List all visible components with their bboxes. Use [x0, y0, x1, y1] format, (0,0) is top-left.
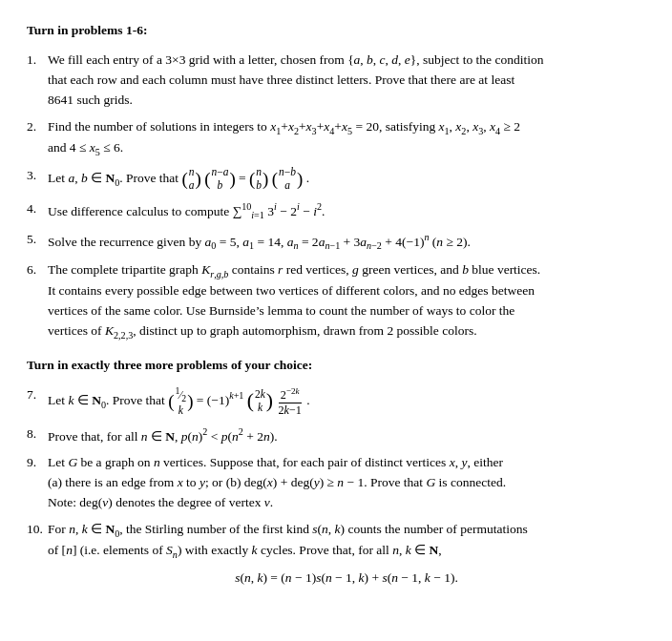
- problem-2: 2. Find the number of solutions in integ…: [27, 117, 645, 160]
- problem-1-number: 1.: [27, 51, 48, 71]
- problem-1-content: We fill each entry of a 3×3 grid with a …: [48, 51, 645, 111]
- problem-4-content: Use difference calculus to compute ∑10i=…: [48, 199, 645, 223]
- binom4: ( n−ba ): [272, 166, 304, 193]
- page-content: Turn in problems 1-6: 1. We fill each en…: [27, 21, 645, 592]
- section2-title: Turn in exactly three more problems of y…: [27, 356, 645, 376]
- problem-5-number: 5.: [27, 230, 48, 250]
- problem-7-content: Let k ∈ N0. Prove that ( 1⁄2 k ) = (−1)k…: [48, 385, 645, 418]
- problem-6-number: 6.: [27, 260, 48, 280]
- section2: Turn in exactly three more problems of y…: [27, 356, 645, 591]
- problem-10-content: For n, k ∈ N0, the Stirling number of th…: [48, 520, 645, 592]
- binom2: ( n−ab ): [204, 166, 236, 193]
- problem-8: 8. Prove that, for all n ∈ N, p(n)2 < p(…: [27, 424, 645, 446]
- problem-10-number: 10.: [27, 520, 48, 540]
- problem-list-1: 1. We fill each entry of a 3×3 grid with…: [27, 51, 645, 342]
- problem-9-number: 9.: [27, 453, 48, 473]
- section1: Turn in problems 1-6: 1. We fill each en…: [27, 21, 645, 342]
- problem-6: 6. The complete tripartite graph Kr,g,b …: [27, 260, 645, 343]
- problem-10: 10. For n, k ∈ N0, the Stirling number o…: [27, 520, 645, 592]
- problem-5-content: Solve the recurrence given by a0 = 5, a1…: [48, 230, 645, 254]
- section1-title: Turn in problems 1-6:: [27, 21, 645, 41]
- binom1: ( na ): [181, 166, 200, 193]
- stirling-formula: s(n, k) = (n − 1)s(n − 1, k) + s(n − 1, …: [48, 569, 645, 589]
- problem-8-content: Prove that, for all n ∈ N, p(n)2 < p(n2 …: [48, 424, 645, 446]
- problem-7-number: 7.: [27, 385, 48, 405]
- problem-1: 1. We fill each entry of a 3×3 grid with…: [27, 51, 645, 111]
- problem-9: 9. Let G be a graph on n vertices. Suppo…: [27, 453, 645, 513]
- problem-2-content: Find the number of solutions in integers…: [48, 117, 645, 160]
- problem-3: 3. Let a, b ∈ N0. Prove that ( na ) ( n−…: [27, 166, 645, 193]
- problem-3-number: 3.: [27, 166, 48, 186]
- binom3: ( nb ): [249, 166, 268, 193]
- binom-half-k: ( 1⁄2 k ): [168, 385, 193, 418]
- problem-4-number: 4.: [27, 199, 48, 219]
- problem-5: 5. Solve the recurrence given by a0 = 5,…: [27, 230, 645, 254]
- binom-2k-k: ( 2k k ): [247, 388, 273, 415]
- fraction-2neg2k: 2−2k 2k−1: [276, 386, 303, 417]
- problem-8-number: 8.: [27, 424, 48, 445]
- problem-3-content: Let a, b ∈ N0. Prove that ( na ) ( n−ab …: [48, 166, 645, 193]
- problem-6-content: The complete tripartite graph Kr,g,b con…: [48, 260, 645, 343]
- problem-9-content: Let G be a graph on n vertices. Suppose …: [48, 453, 645, 513]
- problem-4: 4. Use difference calculus to compute ∑1…: [27, 199, 645, 223]
- problem-7: 7. Let k ∈ N0. Prove that ( 1⁄2 k ) = (−: [27, 385, 645, 418]
- problem-list-2: 7. Let k ∈ N0. Prove that ( 1⁄2 k ) = (−: [27, 385, 645, 591]
- problem-2-number: 2.: [27, 117, 48, 137]
